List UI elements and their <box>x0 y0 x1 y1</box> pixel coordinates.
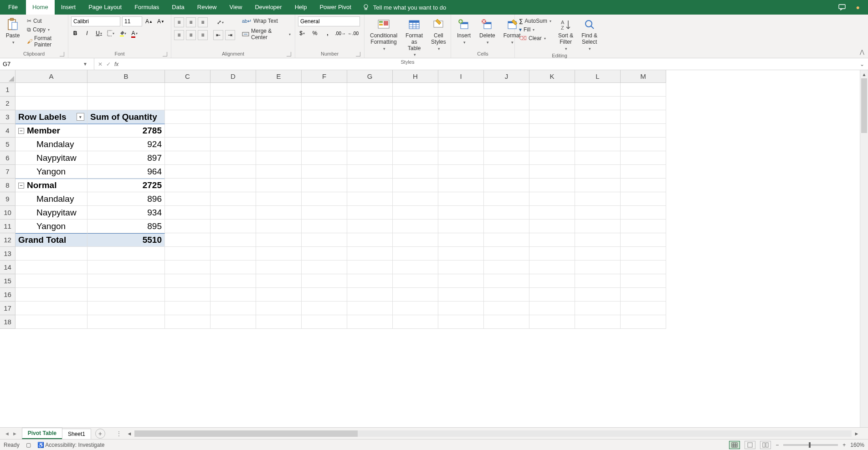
cell-K6[interactable] <box>529 151 575 165</box>
col-header-K[interactable]: K <box>529 70 575 83</box>
horizontal-scrollbar[interactable] <box>134 430 852 437</box>
cell-C9[interactable] <box>165 192 211 206</box>
cell-B2[interactable] <box>87 97 165 110</box>
cell-E14[interactable] <box>256 261 302 274</box>
cell-F11[interactable] <box>302 220 347 233</box>
row-header-14[interactable]: 14 <box>0 261 15 274</box>
collapse-toggle[interactable]: − <box>18 128 24 134</box>
accessibility-status[interactable]: ♿ Accessibility: Investigate <box>37 442 105 448</box>
cell-E1[interactable] <box>256 83 302 97</box>
cell-C10[interactable] <box>165 206 211 220</box>
comments-icon[interactable] <box>838 3 846 11</box>
cell-K3[interactable] <box>529 110 575 124</box>
cell-H8[interactable] <box>393 179 438 192</box>
cell-E9[interactable] <box>256 192 302 206</box>
cell-H15[interactable] <box>393 274 438 288</box>
cell-L16[interactable] <box>575 288 621 302</box>
collapse-toggle[interactable]: − <box>18 183 24 189</box>
cell-I8[interactable] <box>438 179 484 192</box>
cell-F5[interactable] <box>302 138 347 151</box>
cell-D6[interactable] <box>211 151 256 165</box>
autosum-button[interactable]: ∑AutoSum <box>518 17 553 25</box>
tab-file[interactable]: File <box>0 0 26 15</box>
cell-K1[interactable] <box>529 83 575 97</box>
font-name-combo[interactable] <box>71 16 120 26</box>
cell-B9[interactable]: 896 <box>87 192 165 206</box>
cell-M6[interactable] <box>621 151 666 165</box>
cell-I7[interactable] <box>438 165 484 179</box>
cell-J14[interactable] <box>484 261 529 274</box>
cell-E5[interactable] <box>256 138 302 151</box>
number-dialog-launcher[interactable] <box>356 52 360 56</box>
cell-H10[interactable] <box>393 206 438 220</box>
percent-format-icon[interactable]: % <box>311 29 319 37</box>
cell-C14[interactable] <box>165 261 211 274</box>
cell-F3[interactable] <box>302 110 347 124</box>
cell-styles-button[interactable]: Cell Styles <box>428 16 449 52</box>
cell-H18[interactable] <box>393 315 438 329</box>
cell-F16[interactable] <box>302 288 347 302</box>
scroll-up-icon[interactable]: ▲ <box>860 70 868 78</box>
cell-M3[interactable] <box>621 110 666 124</box>
cell-B14[interactable] <box>87 261 165 274</box>
sheet-nav-last-icon[interactable]: ► <box>12 431 17 436</box>
cell-E18[interactable] <box>256 315 302 329</box>
italic-button[interactable]: I <box>83 29 91 37</box>
enter-formula-icon[interactable]: ✓ <box>106 61 111 67</box>
cell-L18[interactable] <box>575 315 621 329</box>
cell-A5[interactable]: Mandalay <box>15 138 87 151</box>
page-break-view-button[interactable] <box>760 441 771 449</box>
cell-H5[interactable] <box>393 138 438 151</box>
cell-G17[interactable] <box>347 302 393 315</box>
cell-E7[interactable] <box>256 165 302 179</box>
tab-home[interactable]: Home <box>26 0 55 15</box>
cell-K9[interactable] <box>529 192 575 206</box>
tab-formulas[interactable]: Formulas <box>128 0 165 15</box>
cell-A9[interactable]: Mandalay <box>15 192 87 206</box>
cell-C3[interactable] <box>165 110 211 124</box>
cell-I2[interactable] <box>438 97 484 110</box>
sheet-tab-pivot-table[interactable]: Pivot Table <box>22 428 62 439</box>
row-header-18[interactable]: 18 <box>0 315 15 329</box>
cell-F10[interactable] <box>302 206 347 220</box>
cell-A8[interactable]: −Normal <box>15 179 87 192</box>
cell-I17[interactable] <box>438 302 484 315</box>
cell-K10[interactable] <box>529 206 575 220</box>
cell-G8[interactable] <box>347 179 393 192</box>
cell-K15[interactable] <box>529 274 575 288</box>
cell-I13[interactable] <box>438 247 484 261</box>
cell-K14[interactable] <box>529 261 575 274</box>
page-layout-view-button[interactable] <box>745 441 755 449</box>
cell-F9[interactable] <box>302 192 347 206</box>
wrap-text-button[interactable]: ab↵Wrap Text <box>241 17 292 25</box>
cell-M11[interactable] <box>621 220 666 233</box>
align-top-icon[interactable]: ≡ <box>174 17 184 27</box>
cell-K13[interactable] <box>529 247 575 261</box>
formula-input[interactable] <box>122 60 856 69</box>
cell-A16[interactable] <box>15 288 87 302</box>
new-sheet-button[interactable]: + <box>95 429 105 439</box>
cancel-formula-icon[interactable]: ✕ <box>98 61 103 67</box>
cell-B7[interactable]: 964 <box>87 165 165 179</box>
cell-A14[interactable] <box>15 261 87 274</box>
zoom-out-button[interactable]: − <box>776 442 779 448</box>
underline-button[interactable]: U <box>95 29 103 37</box>
cell-F2[interactable] <box>302 97 347 110</box>
align-left-icon[interactable]: ≡ <box>174 30 184 40</box>
zoom-slider[interactable] <box>783 444 838 446</box>
decrease-font-icon[interactable]: A▼ <box>156 16 166 26</box>
decrease-indent-icon[interactable]: ⇤ <box>213 30 223 40</box>
cell-J4[interactable] <box>484 124 529 138</box>
col-header-B[interactable]: B <box>87 70 165 83</box>
cell-B4[interactable]: 2785 <box>87 124 165 138</box>
cell-B8[interactable]: 2725 <box>87 179 165 192</box>
cell-M8[interactable] <box>621 179 666 192</box>
row-header-10[interactable]: 10 <box>0 206 15 220</box>
cell-E4[interactable] <box>256 124 302 138</box>
cell-B13[interactable] <box>87 247 165 261</box>
cell-E16[interactable] <box>256 288 302 302</box>
cell-C8[interactable] <box>165 179 211 192</box>
cell-F14[interactable] <box>302 261 347 274</box>
cell-M1[interactable] <box>621 83 666 97</box>
cell-L14[interactable] <box>575 261 621 274</box>
